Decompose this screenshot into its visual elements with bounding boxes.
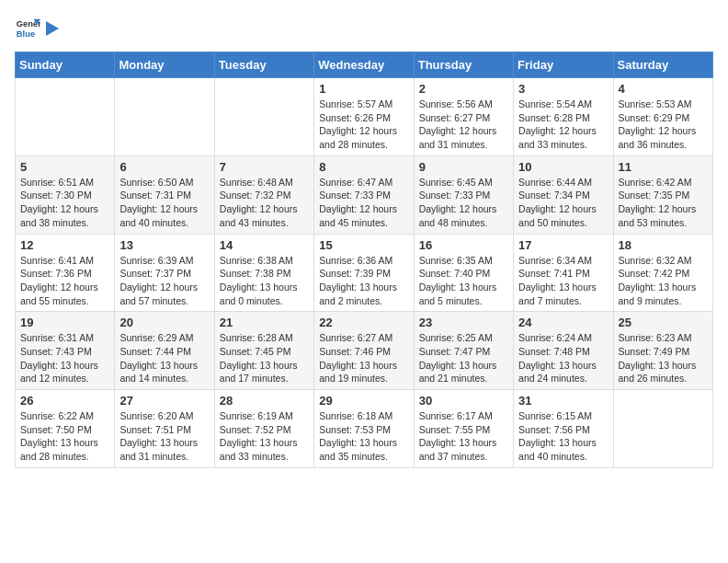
calendar-header-row: SundayMondayTuesdayWednesdayThursdayFrid… xyxy=(16,52,713,78)
day-number: 26 xyxy=(20,394,109,408)
day-header-sunday: Sunday xyxy=(16,52,115,78)
day-info: Sunrise: 6:39 AM Sunset: 7:37 PM Dayligh… xyxy=(119,254,209,308)
day-info: Sunrise: 6:20 AM Sunset: 7:51 PM Dayligh… xyxy=(119,409,209,464)
day-info: Sunrise: 6:44 AM Sunset: 7:34 PM Dayligh… xyxy=(518,176,608,230)
day-header-friday: Friday xyxy=(514,52,613,78)
calendar-cell xyxy=(613,390,712,468)
calendar-cell: 11Sunrise: 6:42 AM Sunset: 7:35 PM Dayli… xyxy=(613,155,712,234)
day-number: 13 xyxy=(119,238,209,252)
day-number: 11 xyxy=(619,160,708,174)
svg-text:Blue: Blue xyxy=(17,29,35,39)
day-info: Sunrise: 5:54 AM Sunset: 6:28 PM Dayligh… xyxy=(518,98,608,152)
day-info: Sunrise: 6:23 AM Sunset: 7:49 PM Dayligh… xyxy=(619,331,708,385)
calendar-cell xyxy=(214,78,313,156)
calendar-cell: 9Sunrise: 6:45 AM Sunset: 7:33 PM Daylig… xyxy=(414,155,513,234)
calendar-week-row: 1Sunrise: 5:57 AM Sunset: 6:26 PM Daylig… xyxy=(16,78,713,156)
day-info: Sunrise: 6:29 AM Sunset: 7:44 PM Dayligh… xyxy=(119,331,209,385)
day-number: 29 xyxy=(319,394,408,408)
day-header-monday: Monday xyxy=(115,52,214,78)
svg-marker-3 xyxy=(46,21,59,36)
day-info: Sunrise: 6:36 AM Sunset: 7:39 PM Dayligh… xyxy=(319,254,408,308)
day-number: 22 xyxy=(319,316,408,329)
day-number: 1 xyxy=(319,82,408,96)
day-number: 3 xyxy=(518,82,608,96)
day-number: 27 xyxy=(119,394,209,408)
calendar-week-row: 26Sunrise: 6:22 AM Sunset: 7:50 PM Dayli… xyxy=(16,390,713,468)
page-header: General Blue xyxy=(15,15,713,40)
day-info: Sunrise: 6:35 AM Sunset: 7:40 PM Dayligh… xyxy=(419,254,508,308)
day-info: Sunrise: 6:28 AM Sunset: 7:45 PM Dayligh… xyxy=(220,331,309,385)
day-header-tuesday: Tuesday xyxy=(214,52,313,78)
day-info: Sunrise: 6:41 AM Sunset: 7:36 PM Dayligh… xyxy=(20,254,109,308)
day-info: Sunrise: 6:22 AM Sunset: 7:50 PM Dayligh… xyxy=(20,409,109,464)
day-number: 18 xyxy=(619,238,708,252)
day-info: Sunrise: 6:18 AM Sunset: 7:53 PM Dayligh… xyxy=(319,409,408,464)
day-header-wednesday: Wednesday xyxy=(314,52,414,78)
day-header-thursday: Thursday xyxy=(414,52,513,78)
calendar-week-row: 12Sunrise: 6:41 AM Sunset: 7:36 PM Dayli… xyxy=(16,234,713,312)
day-info: Sunrise: 6:17 AM Sunset: 7:55 PM Dayligh… xyxy=(419,409,508,464)
day-number: 12 xyxy=(20,238,109,252)
calendar-cell: 30Sunrise: 6:17 AM Sunset: 7:55 PM Dayli… xyxy=(414,390,513,468)
calendar-cell: 29Sunrise: 6:18 AM Sunset: 7:53 PM Dayli… xyxy=(314,390,414,468)
calendar-cell xyxy=(115,78,214,156)
day-number: 20 xyxy=(119,316,209,329)
day-info: Sunrise: 6:27 AM Sunset: 7:46 PM Dayligh… xyxy=(319,331,408,385)
calendar-cell: 12Sunrise: 6:41 AM Sunset: 7:36 PM Dayli… xyxy=(16,234,115,312)
day-number: 30 xyxy=(419,394,508,408)
day-info: Sunrise: 5:56 AM Sunset: 6:27 PM Dayligh… xyxy=(419,98,508,152)
calendar-cell: 8Sunrise: 6:47 AM Sunset: 7:33 PM Daylig… xyxy=(314,155,414,234)
day-info: Sunrise: 6:24 AM Sunset: 7:48 PM Dayligh… xyxy=(518,331,608,385)
calendar-cell: 17Sunrise: 6:34 AM Sunset: 7:41 PM Dayli… xyxy=(514,234,613,312)
calendar-cell: 3Sunrise: 5:54 AM Sunset: 6:28 PM Daylig… xyxy=(514,78,613,156)
calendar-cell: 20Sunrise: 6:29 AM Sunset: 7:44 PM Dayli… xyxy=(115,312,214,390)
day-info: Sunrise: 6:32 AM Sunset: 7:42 PM Dayligh… xyxy=(619,254,708,308)
day-number: 17 xyxy=(518,238,608,252)
calendar-cell xyxy=(16,78,115,156)
day-number: 24 xyxy=(518,316,608,329)
day-number: 5 xyxy=(20,160,109,174)
logo-arrow-icon xyxy=(46,19,59,38)
day-number: 28 xyxy=(220,394,309,408)
calendar-cell: 19Sunrise: 6:31 AM Sunset: 7:43 PM Dayli… xyxy=(16,312,115,390)
calendar-cell: 15Sunrise: 6:36 AM Sunset: 7:39 PM Dayli… xyxy=(314,234,414,312)
day-number: 31 xyxy=(518,394,608,408)
day-number: 14 xyxy=(220,238,309,252)
calendar-cell: 13Sunrise: 6:39 AM Sunset: 7:37 PM Dayli… xyxy=(115,234,214,312)
day-info: Sunrise: 6:15 AM Sunset: 7:56 PM Dayligh… xyxy=(518,409,608,464)
calendar-cell: 2Sunrise: 5:56 AM Sunset: 6:27 PM Daylig… xyxy=(414,78,513,156)
calendar-week-row: 5Sunrise: 6:51 AM Sunset: 7:30 PM Daylig… xyxy=(16,155,713,234)
calendar-cell: 4Sunrise: 5:53 AM Sunset: 6:29 PM Daylig… xyxy=(613,78,712,156)
day-number: 6 xyxy=(119,160,209,174)
day-info: Sunrise: 5:57 AM Sunset: 6:26 PM Dayligh… xyxy=(319,98,408,152)
day-header-saturday: Saturday xyxy=(613,52,712,78)
day-info: Sunrise: 6:25 AM Sunset: 7:47 PM Dayligh… xyxy=(419,331,508,385)
calendar-cell: 26Sunrise: 6:22 AM Sunset: 7:50 PM Dayli… xyxy=(16,390,115,468)
day-info: Sunrise: 6:50 AM Sunset: 7:31 PM Dayligh… xyxy=(119,176,209,230)
calendar-cell: 31Sunrise: 6:15 AM Sunset: 7:56 PM Dayli… xyxy=(514,390,613,468)
logo: General Blue xyxy=(15,15,59,40)
day-info: Sunrise: 6:51 AM Sunset: 7:30 PM Dayligh… xyxy=(20,176,109,230)
calendar-cell: 25Sunrise: 6:23 AM Sunset: 7:49 PM Dayli… xyxy=(613,312,712,390)
calendar-week-row: 19Sunrise: 6:31 AM Sunset: 7:43 PM Dayli… xyxy=(16,312,713,390)
calendar: SundayMondayTuesdayWednesdayThursdayFrid… xyxy=(15,52,713,468)
day-info: Sunrise: 6:34 AM Sunset: 7:41 PM Dayligh… xyxy=(518,254,608,308)
day-number: 21 xyxy=(220,316,309,329)
calendar-cell: 14Sunrise: 6:38 AM Sunset: 7:38 PM Dayli… xyxy=(214,234,313,312)
calendar-cell: 18Sunrise: 6:32 AM Sunset: 7:42 PM Dayli… xyxy=(613,234,712,312)
calendar-cell: 27Sunrise: 6:20 AM Sunset: 7:51 PM Dayli… xyxy=(115,390,214,468)
day-number: 15 xyxy=(319,238,408,252)
day-number: 2 xyxy=(419,82,508,96)
day-number: 19 xyxy=(20,316,109,329)
calendar-cell: 22Sunrise: 6:27 AM Sunset: 7:46 PM Dayli… xyxy=(314,312,414,390)
calendar-cell: 10Sunrise: 6:44 AM Sunset: 7:34 PM Dayli… xyxy=(514,155,613,234)
day-info: Sunrise: 6:19 AM Sunset: 7:52 PM Dayligh… xyxy=(220,409,309,464)
day-info: Sunrise: 6:42 AM Sunset: 7:35 PM Dayligh… xyxy=(619,176,708,230)
calendar-cell: 6Sunrise: 6:50 AM Sunset: 7:31 PM Daylig… xyxy=(115,155,214,234)
day-number: 23 xyxy=(419,316,508,329)
calendar-cell: 23Sunrise: 6:25 AM Sunset: 7:47 PM Dayli… xyxy=(414,312,513,390)
day-number: 4 xyxy=(619,82,708,96)
day-number: 9 xyxy=(419,160,508,174)
day-info: Sunrise: 6:31 AM Sunset: 7:43 PM Dayligh… xyxy=(20,331,109,385)
calendar-cell: 24Sunrise: 6:24 AM Sunset: 7:48 PM Dayli… xyxy=(514,312,613,390)
